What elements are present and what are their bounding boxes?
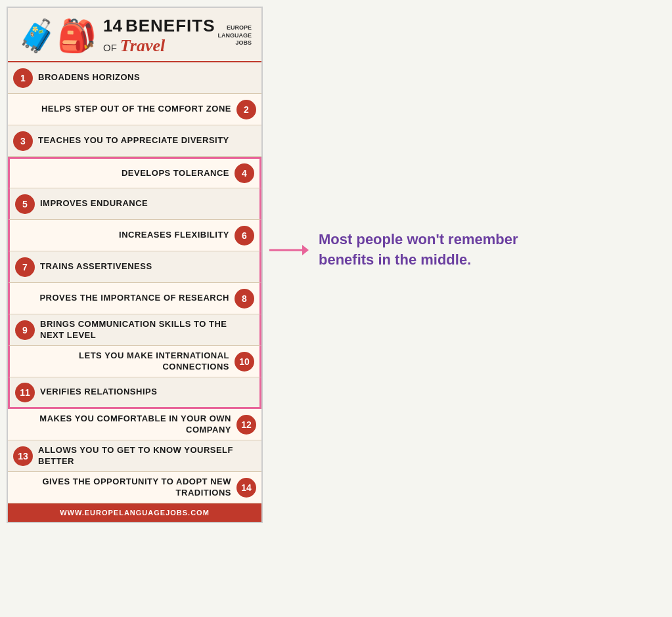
benefit-text-14: GIVES THE OPPORTUNITY TO ADOPT NEW TRADI… <box>13 473 236 503</box>
benefit-text-4: DEVELOPS TOLERANCE <box>15 164 235 183</box>
benefit-text-10: LETS YOU MAKE INTERNATIONAL CONNECTIONS <box>15 347 235 377</box>
benefit-number-8: 8 <box>235 289 254 308</box>
benefit-text-1: BROADENS HORIZONS <box>33 68 256 87</box>
benefits-list: 1BROADENS HORIZONS2HELPS STEP OUT OF THE… <box>8 62 261 503</box>
benefit-text-2: HELPS STEP OUT OF THE COMFORT ZONE <box>13 100 236 119</box>
benefit-text-7: TRAINS ASSERTIVENESS <box>35 257 254 276</box>
benefit-number-6: 6 <box>235 226 254 245</box>
benefit-row-2: 2HELPS STEP OUT OF THE COMFORT ZONE <box>8 94 261 125</box>
arrow-icon <box>269 237 309 263</box>
benefit-row-5: 5IMPROVES ENDURANCE <box>8 188 261 220</box>
benefit-number-4: 4 <box>235 163 254 183</box>
benefit-row-12: 12MAKES YOU COMFORTABLE IN YOUR OWN COMP… <box>8 409 261 440</box>
annotation-area: Most people won't remember benefits in t… <box>263 7 665 270</box>
benefit-number-12: 12 <box>236 415 256 435</box>
title-travel: Travel <box>120 36 165 56</box>
benefit-row-7: 7TRAINS ASSERTIVENESS <box>8 251 261 283</box>
benefit-text-8: PROVES THE IMPORTANCE OF RESEARCH <box>15 289 235 308</box>
benefit-number-10: 10 <box>235 352 254 372</box>
benefit-row-1: 1BROADENS HORIZONS <box>8 62 261 94</box>
benefit-number-1: 1 <box>13 68 33 88</box>
title-benefits: BENEFITS <box>125 17 215 34</box>
benefit-text-3: TEACHES YOU TO APPRECIATE DIVERSITY <box>33 131 256 150</box>
benefit-number-14: 14 <box>236 478 256 498</box>
arrow-annotation: Most people won't remember benefits in t… <box>269 230 542 270</box>
benefit-text-12: MAKES YOU COMFORTABLE IN YOUR OWN COMPAN… <box>13 410 236 440</box>
footer-url: WWW.EUROPELANGUAGEJOBS.COM <box>60 509 210 517</box>
page-container: 🧳🎒 14 BENEFITS OF Travel EUROPE LANGUAGE… <box>7 7 665 523</box>
benefit-row-8: 8PROVES THE IMPORTANCE OF RESEARCH <box>8 283 261 314</box>
title-number: 14 <box>103 16 122 36</box>
benefit-text-13: ALLOWS YOU TO GET TO KNOW YOURSELF BETTE… <box>33 441 256 471</box>
benefit-number-13: 13 <box>13 446 33 466</box>
benefit-text-5: IMPROVES ENDURANCE <box>35 194 254 213</box>
header-title: 14 BENEFITS OF Travel <box>103 16 215 56</box>
header-logo: EUROPE LANGUAGE JOBS <box>218 24 252 47</box>
benefit-number-9: 9 <box>15 320 35 340</box>
benefit-row-4: 4DEVELOPS TOLERANCE <box>8 157 261 188</box>
benefit-text-6: INCREASES FLEXIBILITY <box>15 226 235 245</box>
benefit-row-14: 14GIVES THE OPPORTUNITY TO ADOPT NEW TRA… <box>8 472 261 503</box>
benefit-number-5: 5 <box>15 194 35 214</box>
benefit-row-13: 13ALLOWS YOU TO GET TO KNOW YOURSELF BET… <box>8 440 261 472</box>
luggage-icon: 🧳🎒 <box>18 20 97 52</box>
benefit-row-11: 11VERIFIES RELATIONSHIPS <box>8 377 261 409</box>
benefit-text-11: VERIFIES RELATIONSHIPS <box>35 383 254 402</box>
benefit-number-2: 2 <box>236 100 256 119</box>
infographic: 🧳🎒 14 BENEFITS OF Travel EUROPE LANGUAGE… <box>7 7 263 523</box>
benefit-row-6: 6INCREASES FLEXIBILITY <box>8 220 261 251</box>
benefit-number-7: 7 <box>15 257 35 277</box>
title-of: OF <box>103 42 117 53</box>
benefit-row-3: 3TEACHES YOU TO APPRECIATE DIVERSITY <box>8 125 261 157</box>
infographic-footer: WWW.EUROPELANGUAGEJOBS.COM <box>8 503 261 522</box>
benefit-text-9: BRINGS COMMUNICATION SKILLS TO THE NEXT … <box>35 315 254 345</box>
header-left: 🧳🎒 14 BENEFITS OF Travel <box>18 16 215 56</box>
infographic-header: 🧳🎒 14 BENEFITS OF Travel EUROPE LANGUAGE… <box>8 8 261 62</box>
svg-marker-1 <box>302 245 309 255</box>
benefit-number-3: 3 <box>13 131 33 151</box>
benefit-row-10: 10LETS YOU MAKE INTERNATIONAL CONNECTION… <box>8 346 261 377</box>
benefit-row-9: 9BRINGS COMMUNICATION SKILLS TO THE NEXT… <box>8 314 261 346</box>
benefit-number-11: 11 <box>15 383 35 402</box>
annotation-text: Most people won't remember benefits in t… <box>319 230 542 270</box>
